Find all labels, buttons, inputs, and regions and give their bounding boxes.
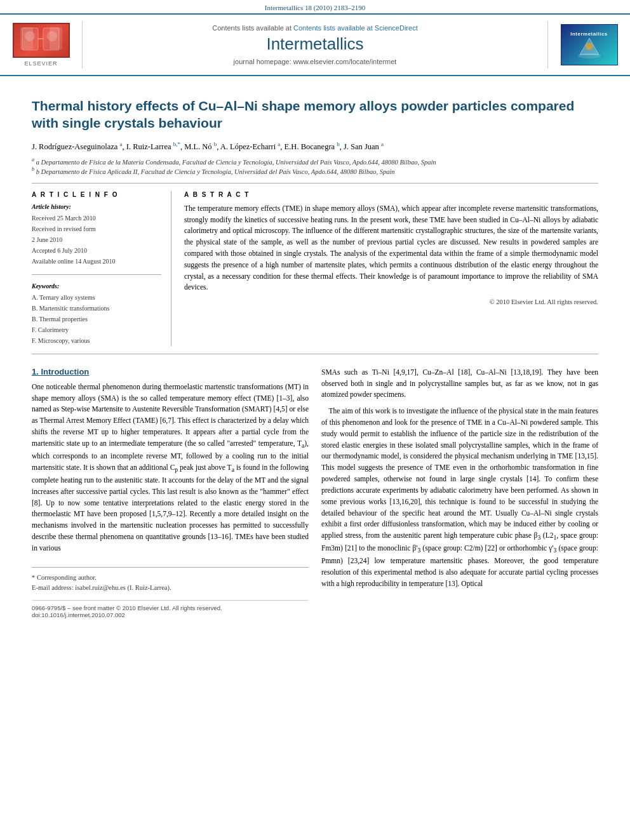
elsevier-tree-icon bbox=[19, 25, 64, 53]
journal-title: Intermetallics bbox=[266, 34, 363, 54]
journal-homepage: journal homepage: www.elsevier.com/locat… bbox=[234, 58, 397, 65]
corresponding-note: * Corresponding author. bbox=[32, 573, 309, 583]
footer-doi: doi:10.1016/j.intermet.2010.07.002 bbox=[32, 611, 309, 618]
intro-para-2: SMAs such as Ti–Ni [4,9,17], Cu–Zn–Al [1… bbox=[321, 367, 598, 401]
footnotes: * Corresponding author. E-mail address: … bbox=[32, 567, 309, 594]
intro-para-3: The aim of this work is to investigate t… bbox=[321, 406, 598, 590]
svg-point-2 bbox=[25, 31, 35, 41]
abstract-text: The temperature memory effects (TME) in … bbox=[184, 203, 598, 294]
kw-4: F. Calorimetry bbox=[32, 324, 161, 335]
elsevier-logo: ELSEVIER bbox=[13, 23, 70, 67]
journal-citation: Intermetallics 18 (2010) 2183–2190 bbox=[265, 4, 366, 11]
author-names: J. Rodríguez-Aseguinolaza a, I. Ruiz-Lar… bbox=[32, 142, 384, 151]
body-col2-text: SMAs such as Ti–Ni [4,9,17], Cu–Zn–Al [1… bbox=[321, 367, 598, 590]
body-two-col: 1. Introduction One noticeable thermal p… bbox=[32, 367, 598, 618]
section1-heading: 1. Introduction bbox=[32, 367, 309, 377]
elsevier-logo-image bbox=[13, 23, 70, 58]
journal-logo-graphic bbox=[577, 37, 602, 59]
svg-point-7 bbox=[586, 43, 593, 50]
kw-2: B. Martensitic transformations bbox=[32, 303, 161, 314]
journal-logo-image: Intermetallics bbox=[561, 24, 618, 65]
divider-after-abstract bbox=[32, 354, 598, 354]
keywords-title: Keywords: bbox=[32, 283, 161, 290]
svg-point-3 bbox=[47, 31, 57, 41]
main-content: Thermal history effects of Cu–Al–Ni shap… bbox=[0, 76, 630, 628]
info-divider bbox=[32, 274, 161, 275]
body-section: 1. Introduction One noticeable thermal p… bbox=[32, 367, 598, 618]
contents-available: Contents lists available at Contents lis… bbox=[212, 24, 417, 32]
kw-3: B. Thermal properties bbox=[32, 314, 161, 324]
article-info-abstract: A R T I C L E I N F O Article history: R… bbox=[32, 191, 598, 346]
article-title: Thermal history effects of Cu–Al–Ni shap… bbox=[32, 97, 598, 132]
journal-header: ELSEVIER Contents lists available at Con… bbox=[0, 15, 630, 76]
affiliation-a: a a Departamento de Física de la Materia… bbox=[32, 157, 598, 166]
footer: 0966-9795/$ – see front matter © 2010 El… bbox=[32, 600, 309, 618]
abstract-body: The temperature memory effects (TME) in … bbox=[184, 204, 598, 291]
revised-date: 2 June 2010 bbox=[32, 234, 161, 245]
elsevier-text: ELSEVIER bbox=[24, 60, 57, 67]
body-col-right: SMAs such as Ti–Ni [4,9,17], Cu–Zn–Al [1… bbox=[321, 367, 598, 618]
abstract-col: A B S T R A C T The temperature memory e… bbox=[184, 191, 598, 346]
kw-1: A. Ternary alloy systems bbox=[32, 292, 161, 303]
journal-logo-area: Intermetallics bbox=[547, 21, 630, 69]
received-date: Received 25 March 2010 bbox=[32, 213, 161, 223]
copyright: © 2010 Elsevier Ltd. All rights reserved… bbox=[184, 298, 598, 305]
citation-bar: Intermetallics 18 (2010) 2183–2190 bbox=[0, 0, 630, 15]
keywords-block: Keywords: A. Ternary alloy systems B. Ma… bbox=[32, 283, 161, 346]
journal-logo-label: Intermetallics bbox=[570, 31, 608, 37]
history-block: Article history: Received 25 March 2010 … bbox=[32, 203, 161, 267]
divider-after-affiliations bbox=[32, 183, 598, 183]
email-note: E-mail address: isabel.ruiz@ehu.es (I. R… bbox=[32, 583, 309, 594]
history-title: Article history: bbox=[32, 203, 161, 210]
kw-5: F. Microscopy, various bbox=[32, 335, 161, 346]
intro-para-1: One noticeable thermal phenomenon during… bbox=[32, 382, 309, 554]
body-col-left: 1. Introduction One noticeable thermal p… bbox=[32, 367, 309, 618]
accepted-date: Accepted 6 July 2010 bbox=[32, 245, 161, 256]
authors-line: J. Rodríguez-Aseguinolaza a, I. Ruiz-Lar… bbox=[32, 140, 598, 153]
body-col1-text: One noticeable thermal phenomenon during… bbox=[32, 382, 309, 554]
affiliation-b: b b Departamento de Física Aplicada II, … bbox=[32, 166, 598, 175]
article-info-label: A R T I C L E I N F O bbox=[32, 191, 161, 198]
footer-issn: 0966-9795/$ – see front matter © 2010 El… bbox=[32, 604, 309, 611]
article-info-col: A R T I C L E I N F O Article history: R… bbox=[32, 191, 171, 346]
online-date: Available online 14 August 2010 bbox=[32, 256, 161, 267]
abstract-label: A B S T R A C T bbox=[184, 191, 598, 198]
revised-label: Received in revised form bbox=[32, 223, 161, 234]
elsevier-logo-area: ELSEVIER bbox=[0, 21, 83, 69]
journal-info-center: Contents lists available at Contents lis… bbox=[83, 21, 547, 69]
